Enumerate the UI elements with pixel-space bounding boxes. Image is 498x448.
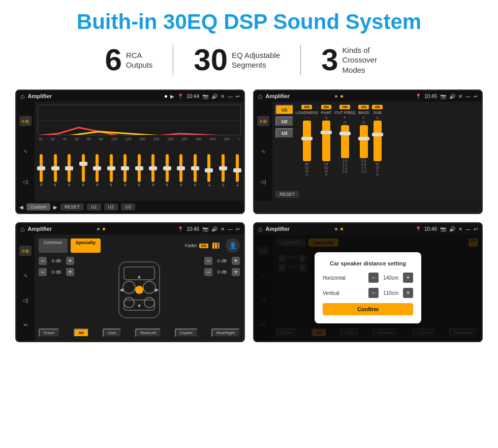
eq-minimize-icon[interactable]: —	[228, 94, 233, 99]
fader-camera-icon[interactable]: 📷	[202, 226, 208, 232]
fader-db1-minus[interactable]: −	[39, 257, 47, 265]
cutfreq-on-badge[interactable]: ON	[339, 105, 350, 109]
eq-volume-icon[interactable]: 🔊	[211, 94, 217, 99]
fader-rearleft-button[interactable]: RearLeft	[135, 328, 161, 337]
eq-camera-icon[interactable]: 📷	[202, 94, 208, 99]
fader-tab-specialty[interactable]: Specialty	[71, 238, 101, 253]
loudness-on-badge[interactable]: ON	[301, 105, 312, 109]
crossover-volume-icon[interactable]: 🔊	[449, 94, 455, 99]
eq-sidebar-wave-icon[interactable]: ∿	[19, 146, 32, 157]
stat-text-rca: RCA Outputs	[126, 50, 153, 70]
fader-db4-plus[interactable]: +	[232, 268, 240, 276]
confirm-button[interactable]: Confirm	[323, 303, 413, 315]
fader-sidebar-wave-icon[interactable]: ∿	[19, 271, 32, 281]
eq-slider-0[interactable]: 0	[40, 154, 43, 187]
eq-slider-2[interactable]: 0	[68, 154, 71, 187]
eq-home-icon[interactable]: ⌂	[20, 92, 24, 100]
eq-slider-1[interactable]: 0	[54, 154, 57, 187]
crossover-sidebar-wave-icon[interactable]: ∿	[257, 146, 269, 157]
sub-values: 201550	[376, 162, 380, 176]
eq-prev-button[interactable]: ◀	[19, 204, 23, 210]
dialog-vertical-plus[interactable]: +	[403, 288, 413, 298]
fader-minimize-icon[interactable]: —	[228, 226, 233, 232]
distance-minimize-icon[interactable]: —	[465, 226, 471, 232]
svg-point-10	[144, 297, 154, 308]
fader-person-icon[interactable]: 👤	[226, 238, 240, 253]
fader-volume-icon[interactable]: 🔊	[211, 226, 217, 232]
dialog-vertical-minus[interactable]: −	[368, 288, 379, 298]
distance-back-icon[interactable]: ↩	[474, 226, 478, 232]
fader-sidebar-eq-icon[interactable]: ≡⊕	[19, 246, 32, 256]
fader-sidebar-arrows-icon[interactable]: ⇔	[19, 320, 32, 330]
eq-next-button[interactable]: ▶	[53, 204, 57, 210]
crossover-u1-button[interactable]: U1	[275, 105, 294, 115]
eq-slider-4[interactable]: 0	[96, 154, 99, 187]
fader-db-row-2: − 0 dB +	[39, 268, 95, 276]
crossover-minimize-icon[interactable]: —	[465, 94, 471, 99]
eq-close-icon[interactable]: ✕	[221, 94, 225, 99]
fader-on-badge[interactable]: ON	[199, 244, 209, 248]
distance-camera-icon[interactable]: 📷	[440, 226, 446, 232]
crossover-u3-button[interactable]: U3	[275, 128, 294, 138]
eq-slider-3[interactable]: 5	[82, 154, 85, 187]
fader-db1-plus[interactable]: +	[66, 257, 74, 265]
distance-close-icon[interactable]: ✕	[458, 226, 462, 232]
distance-volume-icon[interactable]: 🔊	[449, 226, 455, 232]
cutfreq-slider[interactable]	[341, 125, 349, 158]
eq-slider-5[interactable]: 0	[110, 154, 113, 187]
fader-user-button[interactable]: User	[103, 328, 121, 337]
eq-custom-button[interactable]: Custom	[26, 203, 50, 211]
crossover-sidebar-speaker-icon[interactable]: ◁)	[257, 176, 269, 187]
fader-db-row-4: − 0 dB +	[204, 268, 240, 276]
fader-close-icon[interactable]: ✕	[221, 226, 225, 232]
dialog-horizontal-minus[interactable]: −	[368, 273, 379, 283]
fader-copilot-button[interactable]: Copilot	[175, 328, 198, 337]
eq-u1-button[interactable]: U1	[87, 203, 101, 211]
sub-slider[interactable]	[374, 121, 382, 161]
eq-sidebar-speaker-icon[interactable]: ◁)	[19, 176, 32, 187]
fader-driver-button[interactable]: Driver	[39, 328, 59, 337]
fader-db3-minus[interactable]: −	[204, 257, 212, 265]
bass-on-badge[interactable]: ON	[358, 105, 369, 109]
eq-back-icon[interactable]: ↩	[236, 94, 240, 99]
crossover-u2-button[interactable]: U2	[275, 116, 294, 127]
fader-main-area: Common Specialty Fader ON	[35, 234, 244, 341]
loudness-slider[interactable]	[303, 121, 311, 161]
phat-slider[interactable]	[322, 121, 330, 161]
eq-slider-14[interactable]: -1	[236, 154, 239, 187]
eq-slider-8[interactable]: 0	[151, 154, 154, 187]
eq-play-icon[interactable]: ▶	[170, 94, 174, 99]
eq-slider-10[interactable]: 0	[179, 154, 182, 187]
sub-on-badge[interactable]: ON	[372, 105, 383, 109]
eq-slider-9[interactable]: 0	[166, 154, 169, 187]
fader-all-button[interactable]: All	[74, 328, 89, 337]
eq-slider-11[interactable]: 0	[194, 154, 197, 187]
distance-home-icon[interactable]: ⌂	[258, 225, 262, 233]
eq-u3-button[interactable]: U3	[121, 203, 135, 211]
eq-slider-7[interactable]: 0	[138, 154, 141, 187]
eq-slider-12[interactable]: -1	[207, 154, 210, 187]
fader-back-icon[interactable]: ↩	[236, 226, 240, 232]
crossover-back-icon[interactable]: ↩	[474, 94, 478, 99]
crossover-home-icon[interactable]: ⌂	[258, 92, 262, 100]
fader-db4-minus[interactable]: −	[204, 268, 212, 276]
eq-u2-button[interactable]: U2	[104, 203, 118, 211]
eq-slider-13[interactable]: 0	[222, 154, 225, 187]
eq-slider-6[interactable]: 0	[123, 154, 127, 187]
crossover-camera-icon[interactable]: 📷	[440, 94, 446, 99]
fader-db2-plus[interactable]: +	[66, 268, 74, 276]
fader-home-icon[interactable]: ⌂	[20, 225, 24, 233]
eq-reset-button[interactable]: RESET	[60, 203, 84, 211]
fader-rearright-button[interactable]: RearRight	[211, 328, 240, 337]
fader-db2-minus[interactable]: −	[39, 268, 47, 276]
phat-on-badge[interactable]: ON	[321, 105, 332, 109]
crossover-sidebar-eq-icon[interactable]: ≡⊕	[257, 116, 269, 126]
bass-slider[interactable]	[360, 125, 368, 158]
fader-sidebar-speaker-icon[interactable]: ◁)	[19, 295, 32, 305]
crossover-close-icon[interactable]: ✕	[458, 94, 462, 99]
fader-db3-plus[interactable]: +	[232, 257, 240, 265]
fader-tab-common[interactable]: Common	[39, 238, 68, 253]
crossover-reset-button[interactable]: RESET	[275, 191, 299, 198]
eq-sidebar-eq-icon[interactable]: ≡⊕	[19, 116, 32, 126]
dialog-horizontal-plus[interactable]: +	[403, 273, 413, 283]
